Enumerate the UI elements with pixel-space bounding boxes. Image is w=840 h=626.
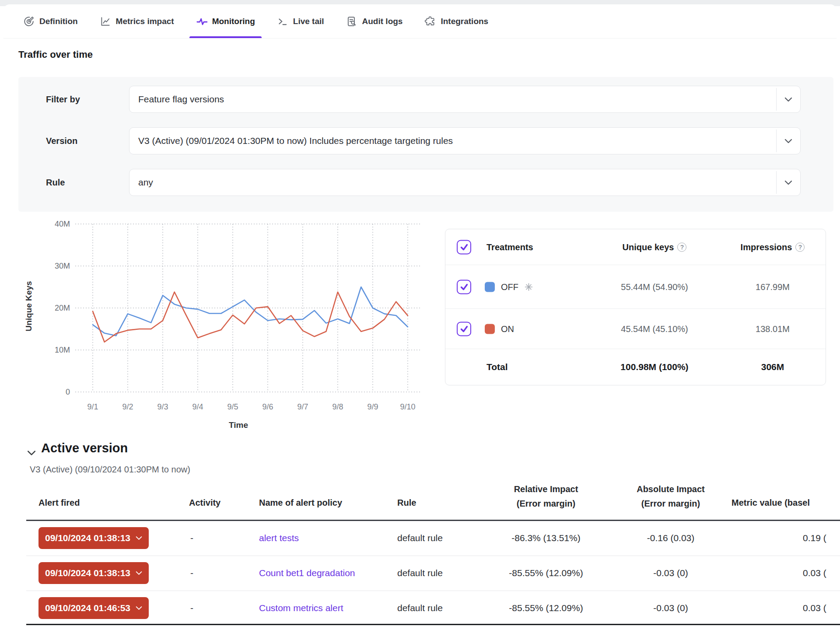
metric-value-cell: 0.19 ( — [803, 533, 826, 543]
puzzle-icon — [424, 16, 436, 27]
treatment-row-off: OFF 55.44M (54.90%) 167.99M — [445, 265, 826, 309]
off-series-swatch — [485, 282, 495, 292]
svg-text:9/8: 9/8 — [332, 402, 343, 411]
relative-impact-cell: -85.55% (12.09%) — [480, 603, 612, 613]
filter-panel: Filter by Feature flag versions Version … — [18, 77, 833, 212]
svg-text:0: 0 — [66, 388, 70, 396]
tab-audit-logs[interactable]: Audit logs — [340, 4, 410, 38]
off-checkbox[interactable] — [457, 280, 471, 294]
tab-live-tail[interactable]: Live tail — [270, 4, 331, 38]
impressions-column-header: Impressions — [741, 242, 792, 252]
svg-text:Unique Keys: Unique Keys — [24, 281, 33, 331]
alert-row: 09/10/2024 01:38:13 - Count bet1 degrada… — [0, 556, 840, 591]
svg-text:9/6: 9/6 — [262, 402, 273, 411]
version-select[interactable]: V3 (Active) (09/01/2024 01:30PM to now) … — [129, 127, 801, 154]
total-unique-keys: 100.98M (100%) — [589, 362, 720, 372]
alert-fired-badge[interactable]: 09/10/2024 01:46:53 — [38, 597, 149, 619]
alert-policy-link[interactable]: Count bet1 degradation — [259, 568, 355, 578]
svg-text:9/9: 9/9 — [367, 402, 378, 411]
svg-text:9/5: 9/5 — [227, 402, 238, 411]
tab-label: Live tail — [293, 17, 324, 26]
version-value: V3 (Active) (09/01/2024 01:30PM to now) … — [130, 136, 776, 146]
svg-text:9/2: 9/2 — [122, 402, 133, 411]
pulse-icon — [196, 16, 207, 27]
document-search-icon — [346, 16, 357, 27]
tab-label: Monitoring — [212, 17, 255, 26]
alert-row: 09/10/2024 01:46:53 - Custom metrics ale… — [0, 591, 840, 626]
rule-value: any — [130, 177, 776, 188]
svg-text:20M: 20M — [55, 304, 70, 312]
treatments-panel: Treatments Unique keys ? Impressions ? O… — [445, 229, 826, 385]
tab-label: Integrations — [441, 17, 488, 26]
chevron-down-icon — [136, 536, 142, 540]
impressions-value: 167.99M — [707, 282, 838, 292]
unique-keys-value: 55.44M (54.90%) — [589, 282, 720, 292]
alert-fired-badge[interactable]: 09/10/2024 01:38:13 — [38, 562, 149, 584]
help-icon[interactable]: ? — [677, 242, 686, 252]
chevron-down-icon — [136, 571, 142, 575]
filter-by-label: Filter by — [46, 86, 80, 113]
treatments-header-row: Treatments Unique keys ? Impressions ? — [445, 229, 826, 265]
tab-label: Metrics impact — [116, 17, 174, 26]
filter-by-value: Feature flag versions — [130, 94, 776, 105]
tab-bar: Definition Metrics impact Monitoring Liv… — [4, 4, 836, 38]
tab-integrations[interactable]: Integrations — [418, 4, 495, 38]
alert-fired-badge[interactable]: 09/10/2024 01:38:13 — [38, 527, 149, 549]
svg-text:9/1: 9/1 — [87, 402, 98, 411]
chevron-down-icon — [136, 606, 142, 610]
help-icon[interactable]: ? — [795, 242, 805, 252]
svg-text:9/3: 9/3 — [157, 402, 168, 411]
alert-policy-link[interactable]: Custom metrics alert — [259, 603, 343, 613]
treatments-column-header: Treatments — [486, 242, 533, 252]
col-header-alert-fired: Alert fired — [38, 498, 80, 508]
absolute-impact-cell: -0.03 (0) — [605, 568, 736, 578]
tab-label: Definition — [39, 17, 78, 26]
activity-cell: - — [190, 533, 193, 543]
rule-cell: default rule — [397, 568, 443, 578]
relative-impact-cell: -85.55% (12.09%) — [480, 568, 612, 578]
svg-text:9/10: 9/10 — [400, 402, 415, 411]
col-header-relative-impact: Relative Impact(Error margin) — [480, 482, 612, 511]
chevron-down-icon[interactable] — [777, 180, 800, 185]
unique-keys-column-header: Unique keys — [623, 242, 674, 252]
rule-select[interactable]: any — [129, 169, 801, 196]
treatment-name: OFF — [501, 282, 518, 292]
unique-keys-value: 45.54M (45.10%) — [589, 324, 720, 334]
svg-text:9/7: 9/7 — [297, 402, 308, 411]
col-header-rule: Rule — [397, 498, 416, 508]
metric-value-cell: 0.03 ( — [803, 568, 826, 578]
target-edit-icon — [23, 16, 35, 27]
tab-monitoring[interactable]: Monitoring — [189, 4, 262, 38]
tab-label: Audit logs — [362, 17, 403, 26]
select-all-checkbox[interactable] — [457, 240, 471, 254]
absolute-impact-cell: -0.16 (0.03) — [605, 533, 736, 543]
rule-label: Rule — [46, 169, 65, 196]
page-title: Traffic over time — [18, 49, 93, 60]
col-header-metric-value: Metric value (basel — [732, 498, 810, 508]
chevron-down-icon[interactable] — [777, 97, 800, 102]
default-treatment-icon — [525, 283, 533, 291]
on-series-swatch — [485, 324, 495, 334]
absolute-impact-cell: -0.03 (0) — [605, 603, 736, 613]
active-version-subtitle: V3 (Active) (09/10/2024 01:30PM to now) — [30, 465, 190, 475]
chevron-down-icon[interactable] — [777, 139, 800, 143]
svg-text:30M: 30M — [55, 262, 70, 270]
alert-policy-link[interactable]: alert tests — [259, 533, 299, 543]
on-checkbox[interactable] — [457, 322, 471, 336]
svg-text:10M: 10M — [55, 346, 70, 354]
svg-text:Time: Time — [229, 420, 248, 430]
impressions-value: 138.01M — [707, 324, 838, 334]
tab-definition[interactable]: Definition — [17, 4, 84, 38]
rule-cell: default rule — [397, 603, 443, 613]
filter-by-select[interactable]: Feature flag versions — [129, 86, 801, 113]
version-label: Version — [46, 127, 77, 154]
col-header-absolute-impact: Absolute Impact(Error margin) — [605, 482, 736, 511]
relative-impact-cell: -86.3% (13.51%) — [480, 533, 612, 543]
svg-text:9/4: 9/4 — [192, 402, 203, 411]
svg-text:40M: 40M — [55, 220, 70, 228]
activity-cell: - — [190, 603, 193, 613]
collapse-chevron-icon[interactable] — [27, 450, 36, 458]
tab-metrics-impact[interactable]: Metrics impact — [93, 4, 181, 38]
terminal-icon — [277, 16, 288, 27]
treatments-total-row: Total 100.98M (100%) 306M — [445, 349, 826, 385]
